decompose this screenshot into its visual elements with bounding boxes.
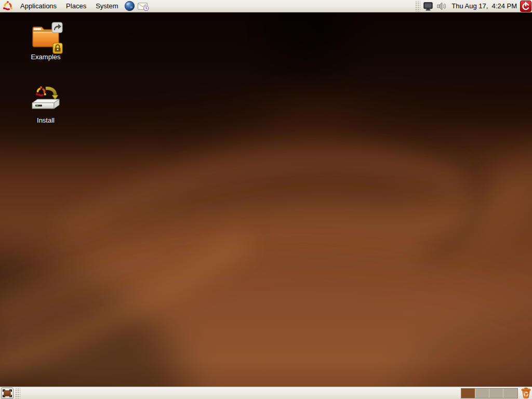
- desktop-icon-install[interactable]: Install: [22, 85, 69, 124]
- symlink-emblem: [51, 22, 63, 33]
- window-list-handle[interactable]: [15, 388, 20, 398]
- notification-area-handle[interactable]: [415, 1, 420, 11]
- desktop-icon-label: Examples: [22, 53, 69, 61]
- desktop-icon-label: Install: [22, 116, 69, 124]
- install-cd-icon: [22, 85, 69, 115]
- wallpaper: [0, 12, 532, 387]
- show-desktop-icon: [3, 389, 12, 397]
- show-desktop-button[interactable]: [1, 388, 14, 399]
- desktop-icon-examples[interactable]: Examples: [22, 22, 69, 61]
- folder-icon: [22, 22, 69, 52]
- email-calendar-icon[interactable]: [136, 0, 150, 12]
- readonly-lock-emblem: [52, 43, 63, 54]
- menu-places[interactable]: Places: [61, 0, 91, 12]
- desktop-background[interactable]: Examples: [0, 12, 532, 387]
- trash-button[interactable]: [520, 387, 531, 399]
- workspace-cell[interactable]: [489, 389, 503, 398]
- workspace-cell[interactable]: [475, 389, 489, 398]
- clock-applet[interactable]: Thu Aug 17, 4:24 PM: [448, 2, 520, 10]
- bottom-panel: [0, 387, 532, 399]
- power-icon[interactable]: [520, 1, 531, 12]
- workspace-cell[interactable]: [461, 389, 475, 398]
- workspace-cell[interactable]: [503, 389, 517, 398]
- monitor-icon[interactable]: [421, 0, 435, 12]
- speaker-icon[interactable]: [435, 0, 448, 12]
- ubuntu-desktop-screen: Applications Places System: [0, 0, 532, 399]
- workspace-switcher: [461, 388, 518, 398]
- web-browser-icon[interactable]: [123, 0, 136, 12]
- ubuntu-logo-icon[interactable]: [0, 0, 16, 12]
- menu-applications[interactable]: Applications: [16, 0, 61, 12]
- trash-icon: [521, 388, 531, 398]
- top-panel: Applications Places System: [0, 0, 532, 12]
- menu-system[interactable]: System: [91, 0, 123, 12]
